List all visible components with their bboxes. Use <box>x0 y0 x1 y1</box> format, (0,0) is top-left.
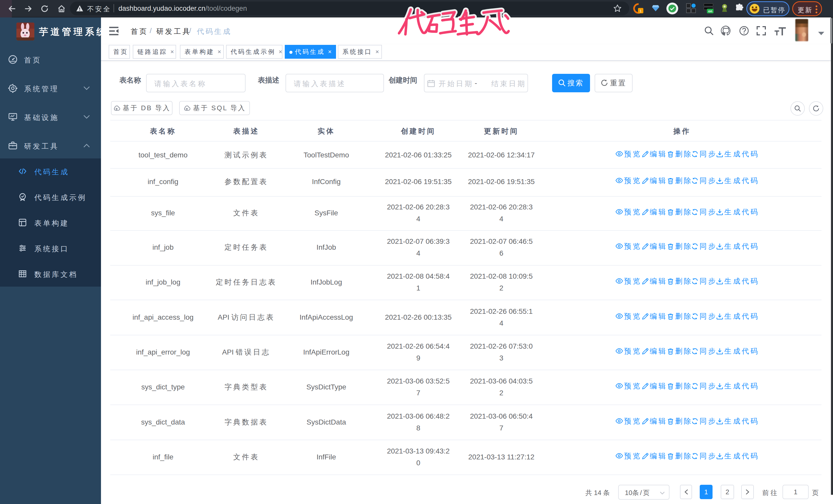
svg-text:on: on <box>708 9 712 13</box>
svg-text:1: 1 <box>640 9 642 13</box>
